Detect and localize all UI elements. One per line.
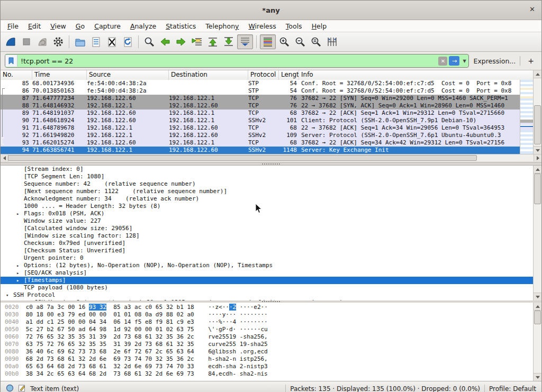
scroll-up-icon[interactable] <box>534 303 541 311</box>
zoom-in-icon[interactable] <box>277 34 292 49</box>
scroll-left-icon[interactable] <box>1 154 8 161</box>
hex-row[interactable]: 0020 c0 a8 7a 3c 00 16 93 32 85 a3 ac c0… <box>5 304 533 311</box>
hscrollbar-thumb[interactable] <box>8 155 477 161</box>
packet-row-87[interactable]: 8771.647777234192.168.122.60192.168.122.… <box>1 95 541 102</box>
hex-row[interactable]: 0080 36 40 6c 69 62 73 73 68 2e 6f 72 67… <box>5 348 533 355</box>
col-length[interactable]: Length <box>279 70 299 80</box>
menu-item-file[interactable]: File <box>3 22 23 31</box>
go-last-packet-icon[interactable] <box>221 34 236 49</box>
col-time[interactable]: Time <box>32 70 87 80</box>
restart-capture-icon[interactable] <box>35 34 50 49</box>
detail-row[interactable]: 1000 .... = Header Length: 32 bytes (8) <box>1 203 533 210</box>
detail-row[interactable]: ▸[Timestamps] <box>1 277 533 284</box>
capture-options-icon[interactable] <box>51 34 66 49</box>
detail-row[interactable]: [Stream index: 0] <box>1 166 533 173</box>
packet-row-91[interactable]: 9171.648789678192.168.122.1192.168.122.6… <box>1 124 541 132</box>
detail-row[interactable]: Window size value: 227 <box>1 217 533 225</box>
menu-item-tools[interactable]: Tools <box>281 22 307 31</box>
col-protocol[interactable]: Protocol <box>248 70 279 80</box>
filter-value[interactable]: !tcp.port == 22 <box>17 57 438 65</box>
packet-row-90[interactable]: 9071.648618924192.168.122.60192.168.122.… <box>1 117 541 124</box>
resize-columns-icon[interactable] <box>324 34 339 49</box>
go-to-packet-icon[interactable] <box>189 34 204 49</box>
hex-row[interactable]: 0040 a1 dd c1 25 00 00 04 34 06 14 f5 e8… <box>5 318 533 326</box>
filter-dropdown-icon[interactable]: ▼ <box>461 59 467 63</box>
find-packet-icon[interactable] <box>142 34 157 49</box>
detail-row[interactable]: [Checksum Status: Unverified] <box>1 247 533 254</box>
detail-row[interactable]: Urgent pointer: 0 <box>1 254 533 262</box>
hex-row[interactable]: 0050 5c 27 b2 67 50 ad 64 98 1d 92 00 00… <box>5 326 533 333</box>
hex-row[interactable]: 0030 80 18 00 e3 79 ed 00 00 01 01 08 0a… <box>5 311 533 318</box>
bytes-scrollbar[interactable] <box>533 303 541 381</box>
display-filter-input[interactable]: !tcp.port == 22 ✕ → ▼ <box>5 54 469 68</box>
close-file-icon[interactable] <box>104 34 119 49</box>
zoom-reset-icon[interactable] <box>309 34 323 49</box>
menu-item-help[interactable]: Help <box>307 22 332 31</box>
menu-item-telephony[interactable]: Telephony <box>201 22 243 31</box>
packet-row-89[interactable]: 8971.648191037192.168.122.60192.168.122.… <box>1 110 541 117</box>
col-source[interactable]: Source <box>87 70 169 80</box>
packet-list-header[interactable]: No. Time Source Destination Protocol Len… <box>1 70 541 80</box>
colorize-toggle-icon[interactable] <box>260 34 276 49</box>
menu-item-analyze[interactable]: Analyze <box>125 22 161 31</box>
status-profile[interactable]: Profile: Default <box>489 385 536 392</box>
packet-row-93[interactable]: 9371.662015274192.168.122.60192.168.122.… <box>1 139 541 147</box>
auto-scroll-toggle-icon[interactable] <box>237 34 253 49</box>
menu-item-go[interactable]: Go <box>71 22 89 31</box>
packet-list-hscrollbar[interactable] <box>1 154 541 162</box>
col-no[interactable]: No. <box>1 70 32 80</box>
hex-row[interactable]: 00a0 65 63 64 68 2d 73 68 61 32 2d 6e 69… <box>5 363 533 370</box>
scroll-down-icon[interactable] <box>534 293 541 300</box>
expression-button[interactable]: Expression... <box>473 57 516 65</box>
packet-row-92[interactable]: 9271.661949820192.168.122.1192.168.122.6… <box>1 132 541 139</box>
menu-item-wireless[interactable]: Wireless <box>244 22 281 31</box>
go-first-packet-icon[interactable] <box>205 34 220 49</box>
start-capture-icon[interactable] <box>3 34 18 49</box>
detail-row[interactable]: [Window size scaling factor: 128] <box>1 232 533 240</box>
scroll-down-icon[interactable] <box>534 373 541 381</box>
clear-filter-icon[interactable]: ✕ <box>438 57 447 66</box>
packet-list-scrollbar[interactable] <box>533 70 541 154</box>
detail-row[interactable]: TCP payload (1080 bytes) <box>1 284 533 291</box>
scrollbar-thumb[interactable] <box>534 105 541 144</box>
col-info[interactable]: Info <box>299 70 541 80</box>
detail-row[interactable]: [Next sequence number: 1122 (relative se… <box>1 188 533 195</box>
hex-row[interactable]: 00b0 38 34 2c 65 63 64 68 2d 73 68 61 32… <box>5 370 533 378</box>
bookmark-icon[interactable] <box>5 55 17 67</box>
menu-item-capture[interactable]: Capture <box>89 22 125 31</box>
packet-minimap[interactable] <box>520 80 533 154</box>
scroll-right-icon[interactable] <box>534 154 541 161</box>
col-destination[interactable]: Destination <box>169 70 248 80</box>
capture-comment-icon[interactable] <box>18 384 26 392</box>
scroll-down-icon[interactable] <box>534 146 541 154</box>
scrollbar-thumb[interactable] <box>534 311 541 324</box>
menu-item-edit[interactable]: Edit <box>23 22 46 31</box>
go-forward-icon[interactable] <box>174 34 188 49</box>
close-icon[interactable]: ✕ <box>529 5 535 13</box>
details-scrollbar[interactable] <box>533 166 541 300</box>
menu-item-statistics[interactable]: Statistics <box>161 22 201 31</box>
packet-row-88[interactable]: 8871.648146932192.168.122.1192.168.122.6… <box>1 102 541 110</box>
detail-row[interactable]: Sequence number: 42 (relative sequence n… <box>1 180 533 188</box>
scrollbar-thumb[interactable] <box>534 174 541 204</box>
packet-row-94[interactable]: 9471.663856741192.168.122.1192.168.122.6… <box>1 147 541 154</box>
packet-row-86[interactable]: 8670.013850163fe:54:00:d4:38:2aSTP54Conf… <box>1 87 541 95</box>
go-back-icon[interactable] <box>158 34 173 49</box>
detail-row[interactable]: [Calculated window size: 29056] <box>1 225 533 232</box>
detail-row[interactable]: ▸Flags: 0x018 (PSH, ACK) <box>1 210 533 217</box>
save-file-icon[interactable] <box>88 34 103 49</box>
detail-row[interactable]: ▸SSH Version 2 (encryption:chacha20-poly… <box>1 299 533 300</box>
hex-row[interactable]: 0060 72 76 65 32 35 35 31 39 2d 73 68 61… <box>5 333 533 341</box>
open-file-icon[interactable] <box>73 34 87 49</box>
detail-row[interactable]: Checksum: 0x79ed [unverified] <box>1 240 533 247</box>
menu-item-view[interactable]: View <box>46 22 71 31</box>
scroll-up-icon[interactable] <box>534 70 541 78</box>
hex-row[interactable]: 0070 63 75 72 76 65 32 35 35 31 39 2d 73… <box>5 341 533 348</box>
expert-info-icon[interactable] <box>6 384 14 392</box>
reload-file-icon[interactable] <box>120 34 135 49</box>
detail-row[interactable]: ▸Options: (12 bytes), No-Operation (NOP)… <box>1 262 533 269</box>
add-filter-button[interactable]: + <box>525 57 537 65</box>
scroll-up-icon[interactable] <box>534 166 541 174</box>
detail-row[interactable]: ▾SSH Protocol <box>1 291 533 299</box>
zoom-out-icon[interactable] <box>293 34 308 49</box>
